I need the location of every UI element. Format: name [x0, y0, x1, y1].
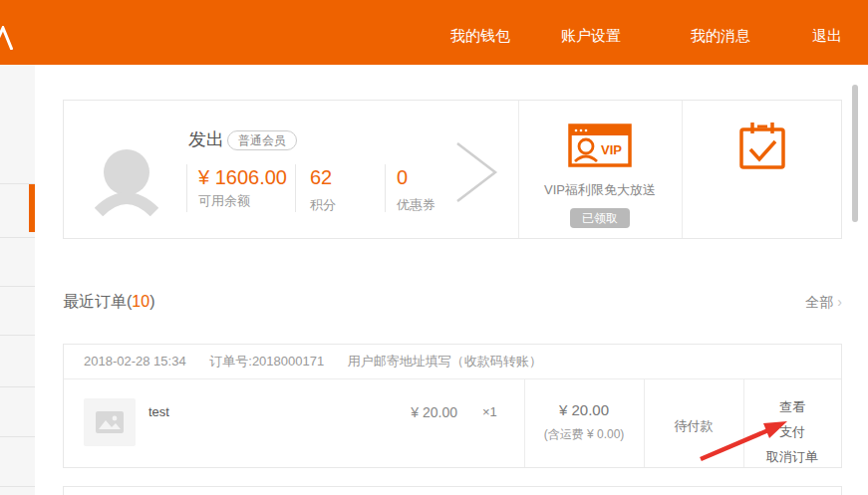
chevron-right-small-icon: ›	[837, 294, 842, 310]
order-datetime: 2018-02-28 15:34	[84, 354, 186, 369]
product-quantity: ×1	[482, 404, 497, 419]
product-price: ¥ 20.00	[378, 404, 457, 420]
order-total-cell: ¥ 20.00 (含运费 ¥ 0.00)	[524, 401, 644, 443]
user-summary-card: 发出 普通会员 ¥ 1606.00 可用余额 62 积分 0 优惠券 VIP V…	[63, 100, 842, 239]
sidebar-clipped-menu	[0, 65, 35, 495]
vip-promo-title: VIP福利限免大放送	[518, 181, 682, 199]
recent-orders-title: 最近订单(10)	[63, 292, 154, 313]
balance-label: 可用余额	[198, 192, 290, 210]
orders-title-text: 最近订单(	[63, 293, 132, 310]
sidebar-divider	[0, 436, 35, 437]
avatar-placeholder-icon	[95, 142, 158, 216]
view-all-orders-link[interactable]: 全部›	[805, 294, 842, 312]
image-placeholder-icon	[95, 410, 125, 434]
check-in-block[interactable]	[682, 101, 842, 238]
pay-order-link[interactable]: 支付	[743, 425, 841, 438]
stat-divider	[295, 164, 296, 212]
coupons-value: 0	[397, 166, 435, 188]
next-order-card-edge	[63, 486, 842, 495]
order-number: 订单号:2018000171	[209, 354, 324, 369]
view-all-label: 全部	[805, 294, 833, 310]
coupons-stat[interactable]: 0 优惠券	[397, 166, 435, 214]
sidebar-divider	[0, 486, 35, 487]
order-total: ¥ 20.00	[524, 401, 644, 418]
vertical-scrollbar-thumb[interactable]	[852, 85, 858, 222]
nav-my-messages[interactable]: 我的消息	[691, 28, 750, 43]
sidebar-divider	[0, 237, 35, 238]
member-level-badge: 普通会员	[227, 130, 297, 150]
sidebar-divider	[0, 335, 35, 336]
username: 发出	[188, 127, 224, 151]
nav-logout[interactable]: 退出	[812, 28, 842, 43]
stat-divider	[186, 164, 187, 212]
sidebar-active-indicator[interactable]	[29, 184, 35, 232]
shipping-note: (含运费 ¥ 0.00)	[524, 426, 644, 443]
svg-text:VIP: VIP	[601, 142, 622, 157]
points-label: 积分	[310, 196, 336, 214]
coupons-label: 优惠券	[397, 196, 435, 214]
calendar-check-icon	[738, 120, 786, 173]
sidebar-divider	[0, 386, 35, 387]
order-header: 2018-02-28 15:34 订单号:2018000171 用户邮寄地址填写…	[64, 345, 841, 379]
product-thumbnail[interactable]	[84, 398, 136, 446]
order-card: 2018-02-28 15:34 订单号:2018000171 用户邮寄地址填写…	[63, 344, 842, 468]
vip-promo-block[interactable]: VIP VIP福利限免大放送 已领取	[518, 101, 682, 238]
top-navbar: 我的钱包 账户设置 我的消息 退出	[0, 0, 868, 65]
order-status: 待付款	[644, 417, 743, 435]
chevron-right-icon[interactable]	[454, 140, 500, 204]
balance-value: ¥ 1606.00	[198, 166, 290, 188]
order-note: 用户邮寄地址填写（收款码转账）	[348, 354, 542, 369]
stat-divider	[385, 164, 386, 212]
points-value: 62	[310, 166, 336, 188]
view-order-link[interactable]: 查看	[743, 400, 841, 413]
orders-count: 10	[132, 293, 149, 310]
nav-my-wallet[interactable]: 我的钱包	[450, 28, 510, 43]
logo-fragment-icon	[0, 26, 13, 50]
orders-title-paren: )	[149, 293, 154, 310]
points-stat[interactable]: 62 积分	[310, 166, 336, 214]
balance-stat[interactable]: ¥ 1606.00 可用余额	[198, 166, 290, 210]
vip-browser-icon: VIP	[568, 124, 632, 167]
product-name[interactable]: test	[148, 404, 169, 419]
sidebar-divider	[0, 286, 35, 287]
claimed-button[interactable]: 已领取	[570, 208, 630, 228]
nav-account-settings[interactable]: 账户设置	[561, 28, 621, 43]
cancel-order-link[interactable]: 取消订单	[743, 450, 841, 463]
order-actions-cell: 查看 支付 取消订单	[743, 390, 841, 463]
